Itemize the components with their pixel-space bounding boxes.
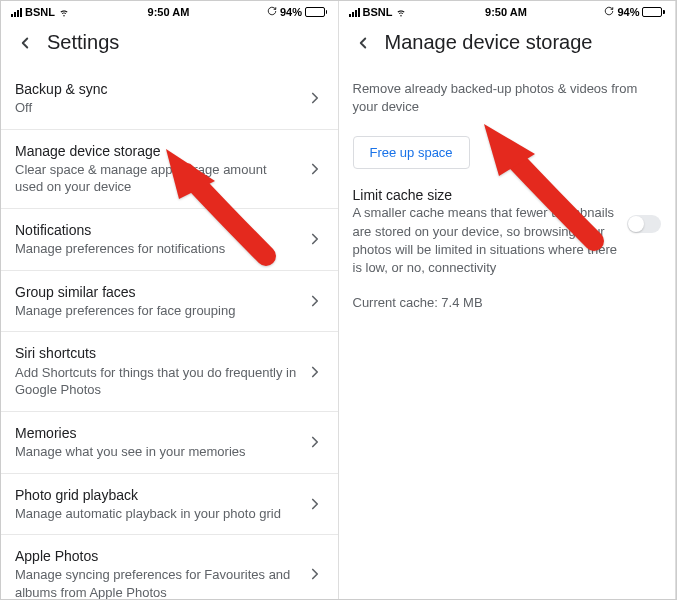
chevron-right-icon — [306, 89, 324, 107]
page-title: Settings — [47, 31, 119, 54]
intro-text: Remove already backed-up photos & videos… — [353, 80, 662, 116]
settings-screen: BSNL 9:50 AM 94% Settings Backup & sync … — [1, 1, 339, 599]
battery-icon — [305, 7, 328, 17]
sync-icon — [267, 6, 277, 18]
item-title: Apple Photos — [15, 547, 298, 565]
item-subtitle: Manage syncing preferences for Favourite… — [15, 566, 298, 599]
item-title: Siri shortcuts — [15, 344, 298, 362]
settings-list: Backup & sync Off Manage device storage … — [1, 68, 338, 599]
time-label: 9:50 AM — [485, 6, 527, 18]
chevron-right-icon — [306, 433, 324, 451]
battery-percent: 94% — [617, 6, 639, 18]
item-manage-device-storage[interactable]: Manage device storage Clear space & mana… — [1, 130, 338, 209]
item-subtitle: Clear space & manage app storage amount … — [15, 161, 298, 196]
item-title: Photo grid playback — [15, 486, 298, 504]
status-bar: BSNL 9:50 AM 94% — [339, 1, 676, 21]
item-notifications[interactable]: Notifications Manage preferences for not… — [1, 209, 338, 271]
sync-icon — [604, 6, 614, 18]
status-bar: BSNL 9:50 AM 94% — [1, 1, 338, 21]
cache-description: A smaller cache means that fewer thumbna… — [353, 204, 620, 277]
item-photo-grid-playback[interactable]: Photo grid playback Manage automatic pla… — [1, 474, 338, 536]
signal-icon — [349, 8, 360, 17]
manage-storage-screen: BSNL 9:50 AM 94% Manage device storage R… — [339, 1, 677, 599]
item-apple-photos[interactable]: Apple Photos Manage syncing preferences … — [1, 535, 338, 599]
back-button[interactable] — [353, 33, 373, 53]
carrier-label: BSNL — [25, 6, 55, 18]
limit-cache-toggle[interactable] — [627, 215, 661, 233]
signal-icon — [11, 8, 22, 17]
item-subtitle: Manage automatic playback in your photo … — [15, 505, 298, 523]
cache-title: Limit cache size — [353, 187, 620, 203]
item-title: Manage device storage — [15, 142, 298, 160]
chevron-right-icon — [306, 160, 324, 178]
intro-section: Remove already backed-up photos & videos… — [339, 68, 676, 122]
item-siri-shortcuts[interactable]: Siri shortcuts Add Shortcuts for things … — [1, 332, 338, 411]
chevron-right-icon — [306, 495, 324, 513]
item-subtitle: Manage preferences for face grouping — [15, 302, 298, 320]
item-backup-sync[interactable]: Backup & sync Off — [1, 68, 338, 130]
item-subtitle: Manage preferences for notifications — [15, 240, 298, 258]
wifi-icon — [58, 6, 70, 18]
time-label: 9:50 AM — [148, 6, 190, 18]
item-title: Notifications — [15, 221, 298, 239]
item-memories[interactable]: Memories Manage what you see in your mem… — [1, 412, 338, 474]
free-up-space-button[interactable]: Free up space — [353, 136, 470, 169]
settings-header: Settings — [1, 21, 338, 68]
chevron-right-icon — [306, 565, 324, 583]
battery-percent: 94% — [280, 6, 302, 18]
back-button[interactable] — [15, 33, 35, 53]
chevron-right-icon — [306, 230, 324, 248]
item-title: Memories — [15, 424, 298, 442]
item-title: Group similar faces — [15, 283, 298, 301]
item-subtitle: Off — [15, 99, 298, 117]
chevron-right-icon — [306, 292, 324, 310]
limit-cache-row: Limit cache size A smaller cache means t… — [339, 183, 676, 277]
current-cache-label: Current cache: 7.4 MB — [339, 277, 676, 310]
storage-header: Manage device storage — [339, 21, 676, 68]
wifi-icon — [395, 6, 407, 18]
item-group-similar-faces[interactable]: Group similar faces Manage preferences f… — [1, 271, 338, 333]
item-subtitle: Manage what you see in your memories — [15, 443, 298, 461]
battery-icon — [642, 7, 665, 17]
chevron-right-icon — [306, 363, 324, 381]
page-title: Manage device storage — [385, 31, 593, 54]
item-title: Backup & sync — [15, 80, 298, 98]
carrier-label: BSNL — [363, 6, 393, 18]
item-subtitle: Add Shortcuts for things that you do fre… — [15, 364, 298, 399]
